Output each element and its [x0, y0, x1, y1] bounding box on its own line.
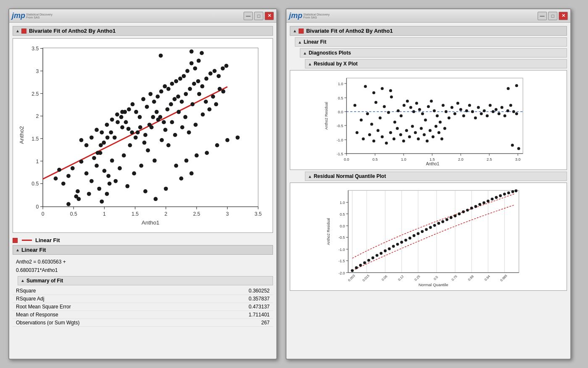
svg-point-87 [113, 136, 117, 140]
residual-normal-header: ▲ Residual Normal Quantile Plot [305, 172, 567, 181]
svg-point-105 [182, 74, 186, 78]
svg-point-335 [371, 256, 374, 259]
svg-point-243 [477, 106, 480, 109]
jmp-logo-right: jmp Statistical DiscoveryFrom SAS [289, 11, 330, 20]
summary-table: RSquare 0.360252 RSquare Adj 0.357837 Ro… [13, 287, 273, 327]
svg-point-356 [458, 212, 461, 215]
svg-point-349 [429, 226, 432, 229]
svg-point-158 [77, 197, 81, 201]
svg-point-277 [429, 129, 432, 132]
svg-point-278 [432, 136, 435, 138]
svg-point-77 [197, 92, 201, 96]
svg-point-138 [200, 84, 205, 89]
svg-text:0.5: 0.5 [70, 211, 77, 217]
svg-point-343 [404, 239, 407, 242]
svg-point-128 [162, 120, 166, 124]
svg-point-110 [92, 156, 96, 160]
svg-point-70 [173, 133, 177, 137]
svg-point-368 [507, 191, 510, 194]
svg-point-130 [169, 102, 173, 107]
svg-point-255 [512, 110, 515, 113]
svg-point-100 [163, 84, 167, 89]
summary-of-fit-header: ▲ Summary of Fit [18, 276, 273, 285]
svg-point-331 [355, 266, 358, 269]
left-maximize-button[interactable]: □ [254, 12, 263, 20]
svg-text:0: 0 [36, 204, 39, 210]
svg-text:Antho1: Antho1 [142, 219, 160, 226]
svg-point-339 [388, 247, 391, 250]
svg-point-126 [155, 110, 159, 114]
svg-point-51 [106, 174, 110, 178]
svg-text:1.5: 1.5 [430, 157, 435, 162]
svg-point-265 [393, 138, 396, 141]
svg-point-149 [100, 130, 104, 135]
svg-rect-174 [346, 78, 523, 154]
svg-text:1: 1 [103, 211, 106, 217]
svg-point-275 [423, 133, 426, 136]
svg-point-81 [211, 94, 215, 99]
svg-point-152 [115, 112, 119, 117]
left-minimize-button[interactable]: — [244, 12, 253, 20]
right-linear-fit-header: ▲ Linear Fit [295, 37, 567, 47]
svg-point-39 [57, 168, 61, 172]
svg-point-232 [445, 110, 448, 113]
right-minimize-button[interactable]: — [538, 12, 547, 20]
right-close-button[interactable]: ✕ [559, 12, 568, 20]
svg-point-92 [134, 110, 138, 114]
svg-point-206 [354, 104, 357, 107]
stat-value: 0.473137 [156, 303, 273, 311]
svg-point-135 [188, 87, 192, 91]
svg-point-73 [183, 115, 187, 119]
svg-point-136 [192, 82, 196, 86]
residual-by-x-header: ▲ Residual by X Plot [305, 59, 567, 68]
svg-point-207 [360, 119, 363, 122]
svg-point-127 [158, 115, 163, 119]
stat-value: 1.711401 [156, 311, 273, 318]
svg-point-114 [105, 136, 110, 140]
svg-point-161 [108, 182, 112, 186]
left-close-button[interactable]: ✕ [265, 12, 274, 20]
svg-point-233 [448, 117, 451, 120]
svg-point-267 [399, 133, 402, 136]
svg-point-261 [377, 129, 380, 132]
svg-point-167 [225, 138, 229, 142]
svg-point-154 [189, 50, 194, 54]
residual-by-x-container: 0.0 0.5 1.0 1.5 2.0 2.5 3.0 1.0 [290, 70, 567, 170]
svg-text:3.0: 3.0 [515, 157, 521, 162]
svg-point-156 [159, 54, 163, 58]
triangle-icon-summary: ▲ [21, 278, 25, 283]
svg-text:0.06: 0.06 [381, 274, 388, 282]
svg-point-225 [424, 119, 427, 122]
svg-point-42 [71, 166, 75, 170]
table-row: Observations (or Sum Wgts) 267 [13, 318, 273, 326]
svg-text:0.0: 0.0 [344, 157, 349, 162]
residual-normal-container: 0.003 0.015 0.06 0.12 0.25 0.5 0.75 0.88… [290, 183, 567, 291]
svg-text:0.5: 0.5 [32, 181, 39, 187]
svg-point-83 [218, 87, 222, 91]
svg-point-229 [436, 115, 439, 117]
svg-point-66 [160, 138, 164, 142]
equation-line2: 0.6800371*Antho1 [16, 266, 270, 274]
svg-point-75 [190, 102, 194, 107]
svg-point-353 [446, 218, 449, 221]
jmp-logo-left: jmp Statistical DiscoveryFrom SAS [12, 11, 52, 20]
svg-point-351 [437, 222, 440, 225]
svg-point-76 [194, 123, 198, 127]
svg-text:0.94: 0.94 [484, 274, 491, 282]
svg-point-334 [368, 259, 370, 262]
svg-point-103 [174, 79, 178, 84]
right-diagnostics-text: Diagnostics Plots [309, 50, 351, 56]
svg-text:1.0: 1.0 [338, 82, 343, 86]
svg-text:Antho2: Antho2 [18, 126, 25, 144]
svg-point-139 [204, 77, 208, 81]
table-row: RSquare Adj 0.357837 [13, 295, 273, 303]
svg-point-140 [208, 71, 213, 76]
svg-point-44 [79, 159, 84, 164]
svg-point-290 [517, 147, 520, 150]
triangle-icon-right-diag: ▲ [303, 51, 307, 55]
triangle-icon-left: ▲ [16, 29, 20, 33]
right-maximize-button[interactable]: □ [548, 12, 557, 20]
left-bivariate-header: ▲ Bivariate Fit of Antho2 By Antho1 [13, 26, 273, 36]
svg-point-95 [145, 105, 149, 109]
svg-text:1.5: 1.5 [131, 211, 139, 217]
